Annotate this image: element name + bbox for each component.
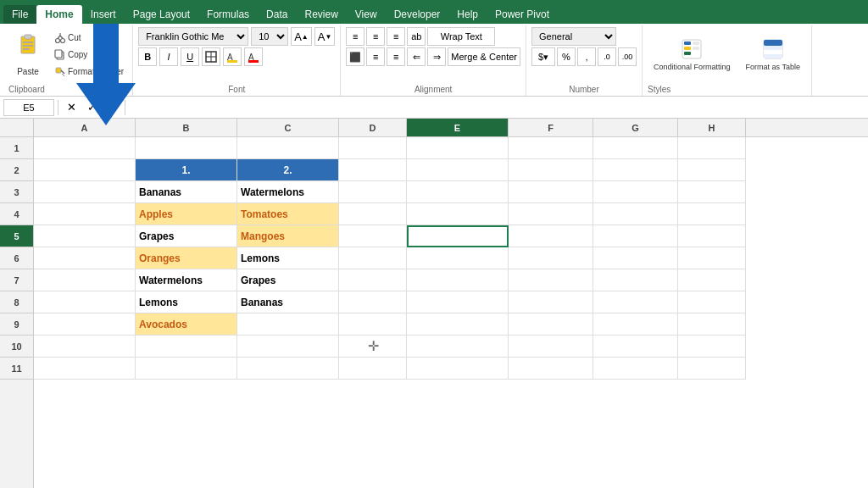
- cell-B2[interactable]: 1.: [136, 159, 237, 181]
- cell-H11[interactable]: [678, 358, 746, 380]
- cell-E1[interactable]: [407, 137, 509, 159]
- cell-D4[interactable]: [339, 203, 407, 225]
- tab-formulas[interactable]: Formulas: [198, 5, 258, 24]
- cell-B1[interactable]: [136, 137, 237, 159]
- cell-C1[interactable]: [237, 137, 339, 159]
- col-header-A[interactable]: A: [34, 119, 136, 136]
- decrease-indent-button[interactable]: ⇐: [407, 47, 426, 66]
- cell-B11[interactable]: [136, 358, 237, 380]
- format-table-button[interactable]: Format as Table: [740, 33, 806, 76]
- cell-B8[interactable]: Lemons: [136, 291, 237, 313]
- col-header-B[interactable]: B: [136, 119, 237, 136]
- cell-E3[interactable]: [407, 181, 509, 203]
- number-format-select[interactable]: General: [531, 27, 616, 46]
- underline-button[interactable]: U: [181, 47, 199, 66]
- cell-G6[interactable]: [593, 247, 678, 269]
- cell-F11[interactable]: [509, 358, 593, 380]
- cell-F10[interactable]: [509, 336, 593, 358]
- cell-B10[interactable]: [136, 336, 237, 358]
- formula-input[interactable]: [129, 102, 865, 114]
- italic-button[interactable]: I: [159, 47, 178, 66]
- col-header-H[interactable]: H: [678, 119, 746, 136]
- cell-reference-input[interactable]: [3, 99, 54, 116]
- format-painter-button[interactable]: Format Painter: [51, 64, 127, 80]
- align-top-center-button[interactable]: ≡: [366, 27, 385, 46]
- align-left-button[interactable]: ⬛: [346, 47, 364, 66]
- row-header-11[interactable]: 11: [0, 358, 33, 380]
- cell-H1[interactable]: [678, 137, 746, 159]
- row-header-1[interactable]: 1: [0, 137, 33, 159]
- cell-B5[interactable]: Grapes: [136, 225, 237, 247]
- cell-C4[interactable]: Tomatoes: [237, 203, 339, 225]
- align-top-left-button[interactable]: ≡: [346, 27, 364, 46]
- col-header-G[interactable]: G: [593, 119, 678, 136]
- comma-button[interactable]: ,: [577, 47, 596, 66]
- cell-B4[interactable]: Apples: [136, 203, 237, 225]
- cell-H7[interactable]: [678, 269, 746, 291]
- tab-file[interactable]: File: [3, 5, 36, 24]
- row-header-6[interactable]: 6: [0, 247, 33, 269]
- cell-G11[interactable]: [593, 358, 678, 380]
- cell-E6[interactable]: [407, 247, 509, 269]
- cell-G8[interactable]: [593, 291, 678, 313]
- bold-button[interactable]: B: [138, 47, 157, 66]
- tab-home[interactable]: Home: [36, 5, 81, 24]
- cell-H6[interactable]: [678, 247, 746, 269]
- col-header-E[interactable]: E: [407, 119, 509, 136]
- cell-F5[interactable]: [509, 225, 593, 247]
- cell-C2[interactable]: 2.: [237, 159, 339, 181]
- row-header-8[interactable]: 8: [0, 291, 33, 313]
- cell-A11[interactable]: [34, 358, 136, 380]
- cell-E9[interactable]: [407, 313, 509, 336]
- increase-font-size-button[interactable]: A▲: [291, 27, 312, 46]
- angle-text-button[interactable]: ab: [407, 27, 426, 46]
- cell-C6[interactable]: Lemons: [237, 247, 339, 269]
- cell-A4[interactable]: [34, 203, 136, 225]
- cell-A2[interactable]: [34, 159, 136, 181]
- cell-E10[interactable]: [407, 336, 509, 358]
- cell-D6[interactable]: [339, 247, 407, 269]
- row-header-3[interactable]: 3: [0, 181, 33, 203]
- cell-D10[interactable]: ✛: [339, 336, 407, 358]
- row-header-4[interactable]: 4: [0, 203, 33, 225]
- cell-C10[interactable]: [237, 336, 339, 358]
- cell-C5[interactable]: Mangoes: [237, 225, 339, 247]
- increase-indent-button[interactable]: ⇒: [427, 47, 446, 66]
- cell-D7[interactable]: [339, 269, 407, 291]
- tab-power-pivot[interactable]: Power Pivot: [487, 5, 558, 24]
- insert-function-button[interactable]: fx: [103, 98, 121, 117]
- cell-G2[interactable]: [593, 159, 678, 181]
- cell-G4[interactable]: [593, 203, 678, 225]
- cell-A9[interactable]: [34, 313, 136, 336]
- cell-G10[interactable]: [593, 336, 678, 358]
- row-header-7[interactable]: 7: [0, 269, 33, 291]
- cell-F1[interactable]: [509, 137, 593, 159]
- tab-view[interactable]: View: [347, 5, 386, 24]
- cell-H3[interactable]: [678, 181, 746, 203]
- cell-A5[interactable]: [34, 225, 136, 247]
- cell-A8[interactable]: [34, 291, 136, 313]
- cell-D9[interactable]: [339, 313, 407, 336]
- confirm-formula-button[interactable]: ✓: [82, 98, 101, 117]
- cell-H10[interactable]: [678, 336, 746, 358]
- cell-E2[interactable]: [407, 159, 509, 181]
- row-header-9[interactable]: 9: [0, 313, 33, 336]
- cell-F7[interactable]: [509, 269, 593, 291]
- paste-button[interactable]: Paste: [8, 29, 47, 80]
- cell-G7[interactable]: [593, 269, 678, 291]
- cell-B9[interactable]: Avocados: [136, 313, 237, 336]
- cell-G3[interactable]: [593, 181, 678, 203]
- cell-B6[interactable]: Oranges: [136, 247, 237, 269]
- row-header-2[interactable]: 2: [0, 159, 33, 181]
- align-center-button[interactable]: ≡: [366, 47, 385, 66]
- conditional-formatting-button[interactable]: Conditional Formatting: [648, 33, 737, 76]
- cell-F6[interactable]: [509, 247, 593, 269]
- decrease-decimal-button[interactable]: .0: [598, 47, 616, 66]
- currency-button[interactable]: $▾: [531, 47, 555, 66]
- font-color-button[interactable]: A: [244, 47, 263, 66]
- tab-review[interactable]: Review: [296, 5, 346, 24]
- cell-C7[interactable]: Grapes: [237, 269, 339, 291]
- cancel-formula-button[interactable]: ✕: [62, 98, 81, 117]
- tab-insert[interactable]: Insert: [82, 5, 125, 24]
- cell-H5[interactable]: [678, 225, 746, 247]
